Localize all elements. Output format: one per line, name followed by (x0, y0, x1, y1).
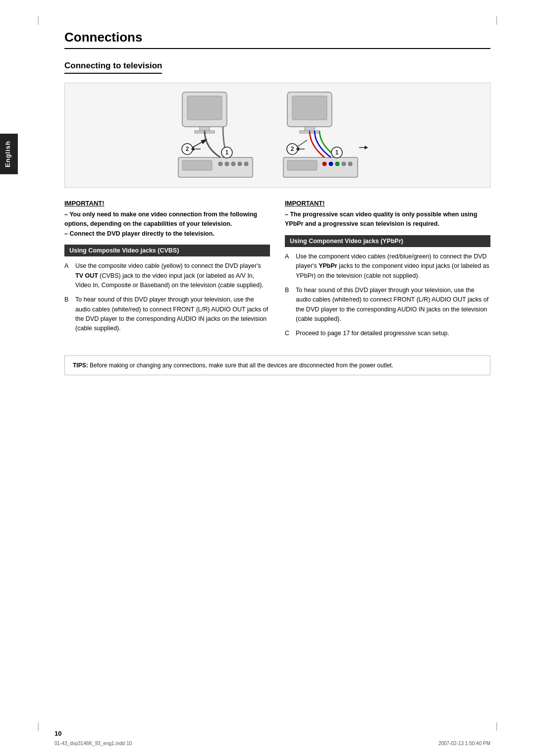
right-box-header: Using Component Video jacks (YPbPr) (285, 235, 490, 247)
tips-label: TIPS: (73, 362, 88, 369)
corner-mark-tl: | (37, 15, 40, 25)
diagrams-row: 1 2 (64, 83, 490, 188)
tips-text: Before making or changing any connection… (90, 362, 393, 369)
side-tab: English (0, 134, 18, 174)
svg-rect-5 (182, 160, 212, 170)
svg-marker-37 (365, 146, 368, 150)
svg-text:2: 2 (291, 146, 294, 152)
page: | | | | English Connections Connecting t… (0, 0, 535, 756)
list-text-b-right: To hear sound of this DVD player through… (296, 286, 490, 324)
list-letter-b: B (64, 295, 71, 334)
list-text-c-right: Proceed to page 17 for detailed progress… (296, 329, 449, 338)
svg-point-26 (335, 162, 339, 166)
list-text-b-left: To hear sound of this DVD player through… (75, 295, 270, 334)
right-important-label: IMPORTANT! (285, 200, 490, 207)
svg-text:1: 1 (335, 149, 339, 156)
right-important-text: – The progressive scan video quality is … (285, 210, 490, 229)
svg-point-25 (329, 162, 333, 166)
svg-point-8 (231, 162, 235, 166)
section-title: Connecting to television (64, 61, 162, 74)
svg-text:1: 1 (225, 149, 229, 156)
tips-box: TIPS: Before making or changing any conn… (64, 355, 490, 376)
svg-line-31 (296, 140, 307, 148)
page-number: 10 (54, 730, 61, 737)
list-text-a-left: Use the composite video cable (yellow) t… (75, 261, 270, 290)
page-title: Connections (64, 30, 490, 49)
list-letter-a-right: A (285, 252, 292, 281)
list-letter-c-right: C (285, 329, 292, 338)
svg-point-28 (348, 162, 352, 166)
svg-point-10 (244, 162, 248, 166)
list-item-a-left: A Use the composite video cable (yellow)… (64, 261, 270, 290)
svg-point-27 (342, 162, 346, 166)
content-row: IMPORTANT! – You only need to make one v… (64, 200, 490, 344)
svg-rect-1 (187, 96, 222, 120)
left-column: IMPORTANT! – You only need to make one v… (64, 200, 270, 344)
svg-point-6 (218, 162, 222, 166)
corner-mark-br: | (495, 721, 498, 731)
list-item-a-right: A Use the component video cables (red/bl… (285, 252, 490, 281)
list-text-a-right: Use the component video cables (red/blue… (296, 252, 490, 281)
left-important-label: IMPORTANT! (64, 200, 270, 207)
svg-rect-23 (287, 160, 317, 170)
footer-right: 2007-02-13 1:50:40 PM (438, 741, 490, 746)
list-item-b-right: B To hear sound of this DVD player throu… (285, 286, 490, 324)
svg-text:2: 2 (186, 146, 189, 152)
svg-point-9 (238, 162, 242, 166)
list-item-c-right: C Proceed to page 17 for detailed progre… (285, 329, 490, 338)
diagram-left-svg: 1 2 (65, 83, 490, 187)
left-box-header: Using Composite Video jacks (CVBS) (64, 245, 270, 256)
corner-mark-bl: | (37, 721, 40, 731)
svg-point-24 (322, 162, 326, 166)
list-letter-b-right: B (285, 286, 292, 324)
list-letter-a: A (64, 261, 71, 290)
svg-rect-19 (292, 96, 327, 120)
corner-mark-tr: | (495, 15, 498, 25)
right-column: IMPORTANT! – The progressive scan video … (285, 200, 490, 344)
footer-left: 01-43_dvp3146K_93_eng1.indd 10 (54, 741, 132, 746)
list-item-b-left: B To hear sound of this DVD player throu… (64, 295, 270, 334)
svg-point-7 (225, 162, 229, 166)
diagram-left: 1 2 (64, 83, 490, 188)
left-important-text: – You only need to make one video connec… (64, 210, 270, 239)
svg-line-13 (192, 140, 206, 148)
